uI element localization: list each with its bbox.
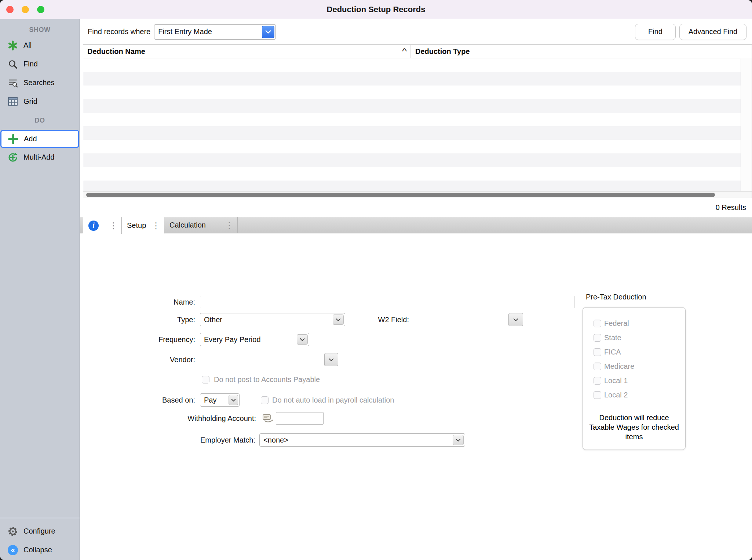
multi-add-icon [7, 152, 19, 163]
setup-form: Name: Type: Other W2 Field: Frequency: E… [80, 233, 752, 560]
chevron-down-icon [513, 316, 518, 323]
results-table: Deduction Name ^ Deduction Type [83, 44, 752, 198]
pretax-note: Deduction will reduce Taxable Wages for … [583, 413, 685, 441]
sidebar-item-label: Find [23, 60, 38, 68]
pretax-option-federal: Federal [594, 320, 685, 327]
type-value: Other [200, 316, 332, 324]
sidebar-item-multi-add[interactable]: Multi-Add [0, 148, 80, 167]
traffic-lights [0, 6, 44, 13]
federal-checkbox[interactable] [594, 320, 601, 327]
type-label: Type: [80, 313, 195, 326]
close-window-button[interactable] [6, 6, 14, 13]
frequency-value: Every Pay Period [200, 335, 296, 344]
based-on-dropdown[interactable]: Pay [200, 393, 240, 407]
sidebar-item-all[interactable]: All [0, 36, 80, 55]
local1-checkbox[interactable] [594, 377, 601, 385]
column-header-deduction-name[interactable]: Deduction Name ^ [83, 45, 410, 58]
employer-match-dropdown[interactable]: <none> [259, 433, 465, 447]
based-on-value: Pay [200, 396, 227, 404]
name-label: Name: [80, 296, 195, 308]
checkbox-label: Local 1 [604, 377, 628, 385]
local2-checkbox[interactable] [594, 391, 601, 399]
find-field-value: First Entry Made [154, 28, 261, 36]
tab-label: Calculation [169, 221, 206, 229]
sidebar-item-collapse[interactable]: « Collapse [0, 541, 80, 559]
tab-calculation[interactable]: Calculation ⋮ [164, 217, 238, 233]
main-content: Find records where First Entry Made Find… [80, 19, 752, 560]
employer-match-value: <none> [260, 436, 452, 444]
sidebar-section-do: DO [0, 111, 80, 130]
frequency-label: Frequency: [80, 333, 195, 346]
frequency-dropdown[interactable]: Every Pay Period [200, 333, 309, 346]
find-button[interactable]: Find [635, 24, 676, 40]
sidebar-item-configure[interactable]: Configure [0, 522, 80, 541]
advanced-find-button[interactable]: Advanced Find [679, 24, 746, 40]
state-checkbox[interactable] [594, 334, 601, 342]
employer-match-label: Employer Match: [80, 433, 255, 447]
medicare-checkbox[interactable] [594, 363, 601, 370]
sidebar-section-show: SHOW [0, 23, 80, 36]
column-label: Deduction Type [415, 47, 470, 56]
tab-setup[interactable]: Setup ⋮ [122, 217, 164, 234]
sidebar-item-label: Configure [23, 527, 55, 535]
drag-handle-icon: ⋮ [107, 221, 119, 230]
plus-icon [7, 133, 19, 145]
sidebar-item-add[interactable]: Add [0, 130, 79, 148]
grid-icon [7, 96, 19, 108]
table-header: Deduction Name ^ Deduction Type [83, 45, 752, 58]
pretax-option-state: State [594, 334, 685, 342]
gear-icon [7, 526, 19, 537]
autoload-checkbox-row: Do not auto load in payroll calculation [261, 396, 394, 404]
checkbox-label: Federal [604, 319, 629, 328]
pretax-option-local1: Local 1 [594, 377, 685, 385]
checkbox-label: Do not post to Accounts Payable [214, 375, 320, 384]
chevron-down-icon [229, 395, 238, 405]
w2-field-dropdown[interactable] [508, 313, 523, 326]
w2-field-label: W2 Field: [318, 313, 409, 326]
pretax-panel: Federal State FICA Medicare [583, 307, 686, 450]
pretax-options-list: Federal State FICA Medicare [583, 308, 685, 399]
sidebar-item-label: All [23, 41, 32, 50]
drag-handle-icon: ⋮ [150, 221, 162, 230]
chevron-down-icon [329, 356, 334, 363]
minimize-window-button[interactable] [22, 6, 29, 13]
results-strip: 0 Results [80, 198, 752, 217]
tab-label: Setup [127, 221, 146, 230]
sidebar-item-label: Grid [23, 97, 37, 106]
withholding-account-lookup-icon[interactable] [262, 414, 274, 425]
find-records-where-label: Find records where [88, 28, 150, 36]
column-header-deduction-type[interactable]: Deduction Type [410, 45, 752, 58]
horizontal-scrollbar-thumb[interactable] [86, 193, 715, 197]
column-label: Deduction Name [87, 47, 145, 56]
do-not-post-ap-checkbox[interactable] [202, 376, 209, 383]
checkbox-label: Local 2 [604, 391, 628, 399]
do-not-autoload-checkbox[interactable] [261, 396, 269, 404]
fica-checkbox[interactable] [594, 348, 601, 356]
sidebar-item-grid[interactable]: Grid [0, 92, 80, 111]
checkbox-label: State [604, 334, 621, 342]
name-input[interactable] [200, 296, 574, 308]
find-field-dropdown[interactable]: First Entry Made [154, 24, 276, 40]
sidebar-item-label: Collapse [23, 546, 52, 554]
zoom-window-button[interactable] [37, 6, 44, 13]
vertical-scrollbar-gutter [741, 59, 752, 191]
sidebar-item-find[interactable]: Find [0, 55, 80, 73]
withholding-account-input[interactable] [276, 412, 324, 425]
find-bar: Find records where First Entry Made Find… [80, 19, 752, 44]
sort-ascending-icon[interactable]: ^ [402, 46, 407, 57]
based-on-label: Based on: [80, 393, 195, 407]
sidebar: SHOW All Find Searches Grid DO [0, 19, 80, 560]
sidebar-item-label: Multi-Add [23, 153, 54, 161]
vendor-label: Vendor: [80, 353, 195, 366]
checkbox-label: Medicare [604, 362, 634, 371]
info-icon[interactable]: i [88, 221, 99, 231]
window-title: Deduction Setup Records [0, 5, 752, 14]
sidebar-footer: Configure « Collapse [0, 518, 80, 560]
collapse-icon: « [7, 544, 19, 556]
withholding-account-label: Withholding Account: [80, 412, 256, 425]
pretax-option-local2: Local 2 [594, 391, 685, 399]
sidebar-item-searches[interactable]: Searches [0, 73, 80, 92]
chevron-down-icon [262, 26, 274, 38]
vendor-dropdown[interactable] [324, 353, 338, 366]
chevron-down-icon [453, 435, 464, 445]
